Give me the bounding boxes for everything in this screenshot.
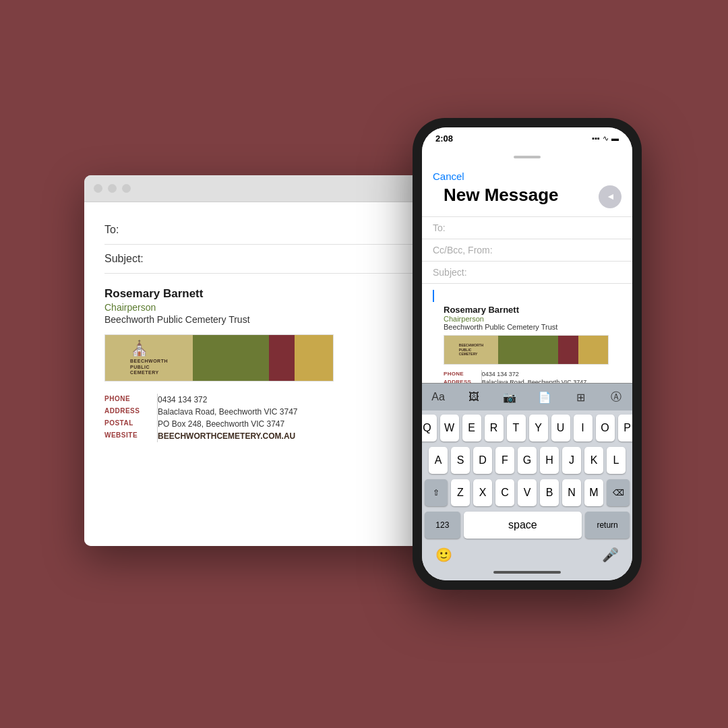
traffic-light-maximize[interactable] [122, 184, 131, 193]
key-d[interactable]: D [473, 447, 492, 474]
color-swatch-bar [193, 335, 333, 381]
key-numbers[interactable]: 123 [425, 512, 460, 539]
mobile-color-bar [498, 336, 608, 364]
swatch-tan [295, 335, 333, 381]
key-c[interactable]: C [495, 479, 514, 506]
phone-frame: 2:08 ▪▪▪ ∿ ▬ Cancel New Message ▲ To [413, 118, 642, 590]
subject-field[interactable]: Subject: [422, 261, 632, 283]
m-phone-value: 0434 134 372 [481, 370, 609, 378]
key-o[interactable]: O [596, 415, 615, 442]
phone-screen: 2:08 ▪▪▪ ∿ ▬ Cancel New Message ▲ To [422, 127, 632, 580]
swatch-maroon [269, 335, 295, 381]
desktop-signature: Rosemary Barnett Chairperson Beechworth … [104, 274, 421, 442]
traffic-light-close[interactable] [94, 184, 102, 193]
send-arrow-icon: ▲ [605, 192, 615, 202]
key-y[interactable]: Y [529, 415, 548, 442]
text-cursor [433, 290, 434, 302]
m-address-value: Balaclava Road, Beechworth VIC 3747 [481, 378, 609, 383]
key-shift[interactable]: ⇧ [425, 479, 448, 506]
key-return[interactable]: return [585, 512, 630, 539]
send-button[interactable]: ▲ [599, 185, 621, 208]
toolbar-camera-btn[interactable]: 📷 [500, 388, 519, 406]
key-h[interactable]: H [540, 447, 559, 474]
home-indicator-area [422, 567, 632, 580]
key-w[interactable]: W [440, 415, 459, 442]
mobile-sig-org: Beechworth Public Cemetery Trust [444, 323, 611, 331]
key-s[interactable]: S [451, 447, 470, 474]
postal-label: POSTAL [104, 418, 158, 430]
mobile-swatch-maroon [558, 336, 578, 364]
traffic-light-minimize[interactable] [108, 184, 117, 193]
toolbar-attach-btn[interactable]: 📄 [535, 388, 554, 406]
key-v[interactable]: V [518, 479, 537, 506]
ccbcc-field[interactable]: Cc/Bcc, From: [422, 239, 632, 261]
key-a[interactable]: A [429, 447, 448, 474]
window-body: To: Subject: Rosemary Barnett Chairperso… [84, 202, 442, 546]
key-delete[interactable]: ⌫ [607, 479, 630, 506]
key-f[interactable]: F [495, 447, 514, 474]
toolbar-format-btn[interactable]: Ⓐ [607, 388, 626, 406]
key-g[interactable]: G [518, 447, 537, 474]
key-r[interactable]: R [485, 415, 504, 442]
subject-placeholder: Subject: [433, 267, 467, 278]
key-p[interactable]: P [618, 415, 633, 442]
toolbar-photo-btn[interactable]: 🖼 [464, 388, 483, 406]
mic-button[interactable]: 🎤 [602, 547, 619, 563]
logo-icon: ⛪ [130, 340, 148, 357]
key-n[interactable]: N [562, 479, 581, 506]
mobile-contact-table: PHONE 0434 134 372 ADDRESS Balaclava Roa… [444, 370, 609, 383]
phone-label: PHONE [104, 394, 158, 406]
key-x[interactable]: X [473, 479, 492, 506]
key-e[interactable]: E [462, 415, 481, 442]
signal-icon: ▪▪▪ [592, 134, 600, 142]
bottom-keyboard-bar: 🙂 🎤 [422, 543, 632, 567]
logo-brand: BEECHWORTHPUBLICCEMETERY [130, 359, 168, 375]
key-row-3: ⇧ Z X C V B N M ⌫ [425, 479, 630, 506]
key-b[interactable]: B [540, 479, 559, 506]
key-j[interactable]: J [562, 447, 581, 474]
key-u[interactable]: U [551, 415, 570, 442]
emoji-button[interactable]: 🙂 [435, 547, 452, 563]
key-z[interactable]: Z [451, 479, 470, 506]
mobile-swatch-olive [498, 336, 558, 364]
compose-header: Cancel [422, 165, 632, 182]
phone-value: 0434 134 372 [158, 394, 334, 406]
logo-text: ⛪ BEECHWORTHPUBLICCEMETERY [130, 340, 168, 375]
compose-area: Cancel New Message ▲ To: Cc/Bcc, From: S… [422, 165, 632, 383]
key-row-1: Q W E R T Y U I O P [425, 415, 630, 442]
toolbar-scan-btn[interactable]: ⊞ [571, 388, 590, 406]
battery-icon: ▬ [611, 134, 619, 142]
drag-handle [514, 156, 541, 158]
mobile-logo-section: BEECHWORTHPUBLICCEMETERY [444, 336, 498, 364]
mobile-swatch-tan [578, 336, 608, 364]
key-q[interactable]: Q [422, 415, 437, 442]
address-label: ADDRESS [104, 406, 158, 418]
key-l[interactable]: L [607, 447, 626, 474]
key-row-bottom: 123 space return [425, 512, 630, 539]
wifi-icon: ∿ [603, 134, 609, 143]
logo-section: ⛪ BEECHWORTHPUBLICCEMETERY [105, 335, 193, 381]
m-phone-label: PHONE [444, 370, 481, 378]
sig-name: Rosemary Barnett [104, 287, 421, 301]
key-m[interactable]: M [584, 479, 603, 506]
window-titlebar [84, 175, 442, 202]
key-t[interactable]: T [507, 415, 526, 442]
key-space[interactable]: space [464, 512, 582, 539]
keyboard-toolbar: Aa 🖼 📷 📄 ⊞ Ⓐ [422, 383, 632, 411]
to-field[interactable]: To: [422, 216, 632, 239]
contact-table: PHONE 0434 134 372 ADDRESS Balaclava Roa… [104, 394, 334, 442]
mobile-logo-bar: BEECHWORTHPUBLICCEMETERY [444, 335, 609, 365]
address-value: Balaclava Road, Beechworth VIC 3747 [158, 406, 334, 418]
to-placeholder: To: [433, 222, 446, 233]
compose-body[interactable]: Rosemary Barnett Chairperson Beechworth … [422, 283, 632, 383]
subject-label: Subject: [104, 253, 165, 265]
ccbcc-placeholder: Cc/Bcc, From: [433, 245, 493, 255]
status-icons: ▪▪▪ ∿ ▬ [592, 134, 619, 143]
cancel-button[interactable]: Cancel [433, 171, 464, 182]
mobile-logo-brand: BEECHWORTHPUBLICCEMETERY [459, 343, 483, 357]
key-i[interactable]: I [574, 415, 593, 442]
toolbar-font-btn[interactable]: Aa [429, 388, 448, 406]
website-label: WEBSITE [104, 430, 158, 442]
key-k[interactable]: K [584, 447, 603, 474]
swatch-olive [193, 335, 269, 381]
